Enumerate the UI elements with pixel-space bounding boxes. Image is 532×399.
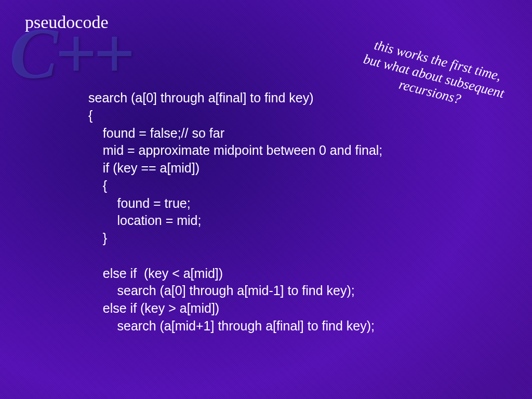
slide: C++ pseudocode this works the first time…	[0, 0, 532, 399]
slide-title: pseudocode	[25, 12, 109, 32]
pseudocode-block: search (a[0] through a[final] to find ke…	[88, 89, 382, 335]
